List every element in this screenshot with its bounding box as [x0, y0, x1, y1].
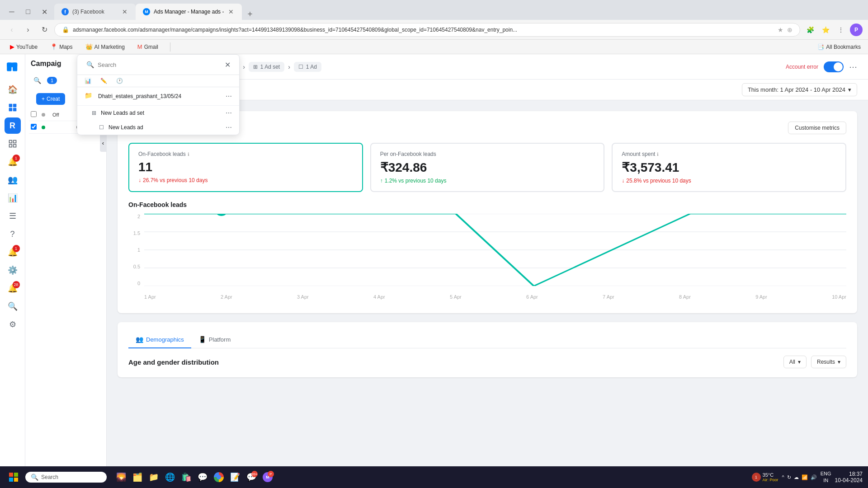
bookmark-youtube[interactable]: ▶ YouTube	[7, 42, 40, 51]
overlay-tab-bar-chart[interactable]: 📊	[81, 75, 95, 87]
svg-rect-4	[13, 104, 16, 108]
breadcrumb-adset-icon: ⊞	[253, 64, 258, 70]
taskbar-icon-whatsapp[interactable]: 💬 99+	[244, 470, 259, 484]
facebook-tab-close[interactable]: ✕	[121, 8, 128, 15]
date-selector[interactable]: This month: 1 Apr 2024 - 10 Apr 2024 ▾	[742, 83, 857, 96]
tab-platform[interactable]: 📱 Platform	[191, 331, 238, 348]
bookmark-gmail[interactable]: M Gmail	[135, 42, 161, 51]
all-bookmarks-button[interactable]: 📑 All Bookmarks	[817, 44, 861, 50]
sys-tray-network[interactable]: 📶	[802, 474, 808, 480]
forward-button[interactable]: ›	[22, 23, 34, 36]
ads-manager-tab[interactable]: Ads Manager - Manage ads - ✕	[136, 4, 242, 20]
metric-leads-change: 26.7% vs previous 10 days	[143, 177, 208, 183]
address-bar[interactable]: 🔒 adsmanager.facebook.com/adsmanager/man…	[54, 23, 800, 37]
overlay-tab-edit[interactable]: ✏️	[97, 75, 111, 87]
sys-tray-cloud[interactable]: ☁	[794, 474, 799, 480]
svg-rect-6	[13, 108, 16, 112]
bookmark-ai-marketing[interactable]: 👑 AI Marketing	[83, 42, 127, 51]
bookmark-button[interactable]: ⭐	[819, 23, 832, 36]
nav-icon-notification[interactable]: 🔔 1	[5, 154, 21, 170]
taskbar-icon-store[interactable]: 🛍️	[179, 470, 193, 484]
taskbar-icon-meta[interactable]: P	[260, 470, 275, 484]
more-options-button[interactable]: ⋯	[849, 62, 857, 72]
maximize-button[interactable]: □	[22, 5, 34, 18]
demo-metric-select[interactable]: Results ▾	[811, 356, 846, 368]
nav-icon-search[interactable]: 🔍	[5, 298, 21, 314]
overlay-search-input[interactable]	[98, 61, 217, 68]
campaign-badge[interactable]: 1	[47, 77, 57, 84]
nav-icon-badge28[interactable]: 🔔 28	[5, 280, 21, 296]
sys-tray-caret[interactable]: ^	[782, 474, 784, 480]
campaign-item[interactable]: 📁 Dhatri_estates_prashant_13/05/24 ⋯	[77, 87, 239, 106]
profile-avatar[interactable]: P	[850, 23, 863, 36]
overlay-close-button[interactable]: ✕	[221, 58, 234, 71]
nav-icon-people[interactable]: 👥	[5, 172, 21, 188]
demo-filter-select[interactable]: All ▾	[783, 356, 807, 368]
back-button[interactable]: ‹	[5, 23, 18, 36]
metric-amount-info-icon[interactable]: ℹ	[657, 152, 659, 157]
row-checkbox[interactable]	[31, 111, 37, 117]
taskbar-icon-teams[interactable]: 💬	[195, 470, 210, 484]
collapse-panel-button[interactable]: ‹	[100, 134, 106, 152]
nav-icon-list[interactable]: ☰	[5, 208, 21, 224]
taskbar-search[interactable]: 🔍 Search	[25, 472, 107, 483]
nav-icon-settings[interactable]: ⚙️	[5, 262, 21, 278]
campaign-more-button[interactable]: ⋯	[226, 93, 232, 100]
nav-icon-home[interactable]: 🏠	[5, 81, 21, 98]
taskbar-icon-notes[interactable]: 📝	[228, 470, 242, 484]
bookmark-gmail-label: Gmail	[144, 44, 158, 50]
ad-item[interactable]: ☐ New Leads ad ⋯	[77, 120, 239, 135]
nav-icon-grid[interactable]	[5, 136, 21, 152]
platform-tab-icon: 📱	[198, 336, 206, 343]
close-button[interactable]: ✕	[38, 5, 51, 18]
extensions-button[interactable]: 🧩	[804, 23, 816, 36]
ad-more-button[interactable]: ⋯	[226, 124, 232, 131]
browser-menu-button[interactable]: ⋮	[835, 23, 847, 36]
breadcrumb-arrow-2: ›	[288, 63, 290, 70]
svg-rect-9	[9, 145, 12, 147]
taskbar-icon-edge[interactable]: 🌐	[163, 470, 177, 484]
demographics-tab-label: Demographics	[146, 336, 184, 343]
adset-item[interactable]: ⊞ New Leads ad set ⋯	[77, 106, 239, 120]
metric-amount-change: 25.8% vs previous 10 days	[626, 178, 691, 184]
create-button[interactable]: + Creat	[36, 93, 65, 105]
breadcrumb-ad[interactable]: ☐ 1 Ad	[294, 62, 321, 72]
nav-icon-help[interactable]: ?	[5, 226, 21, 242]
sys-tray-sync[interactable]: ↻	[787, 474, 791, 480]
adset-more-button[interactable]: ⋯	[226, 109, 232, 117]
breadcrumb-arrow-1: ›	[243, 63, 245, 70]
metric-per-lead-value: ₹324.86	[380, 160, 595, 175]
overlay-search-icon: 🔍	[86, 61, 94, 68]
taskbar-icon-file[interactable]: 🗂️	[130, 470, 145, 484]
breadcrumb-adset[interactable]: ⊞ 1 Ad set	[249, 62, 284, 72]
campaign-search-icon[interactable]: 🔍	[31, 74, 43, 87]
svg-rect-2	[7, 62, 17, 67]
tab-demographics[interactable]: 👥 Demographics	[128, 331, 191, 348]
reload-button[interactable]: ↻	[38, 23, 51, 36]
taskbar-icon-folder[interactable]: 📁	[146, 470, 161, 484]
new-tab-button[interactable]: ＋	[244, 7, 256, 20]
y-label-1: 1	[128, 247, 140, 253]
nav-icon-gear2[interactable]: ⚙	[5, 316, 21, 333]
nav-icon-ads[interactable]	[5, 99, 21, 116]
toggle-switch[interactable]	[824, 61, 844, 72]
y-label-0: 0	[128, 281, 140, 286]
bookmark-maps[interactable]: 📍 Maps	[47, 42, 75, 51]
svg-point-16	[217, 214, 226, 216]
account-error-label[interactable]: Account error	[786, 64, 818, 70]
metric-amount-arrow: ↓	[622, 178, 624, 184]
overlay-tab-clock[interactable]: 🕐	[113, 75, 127, 87]
row-checkbox[interactable]	[31, 124, 37, 130]
sys-tray-sound[interactable]: 🔊	[811, 474, 817, 480]
taskbar-icon-chrome[interactable]	[212, 470, 226, 484]
customise-metrics-button[interactable]: Customise metrics	[788, 122, 846, 134]
nav-icon-chart[interactable]: 📊	[5, 190, 21, 206]
metric-leads-info-icon[interactable]: ℹ	[188, 152, 189, 157]
minimize-button[interactable]: ─	[5, 5, 18, 18]
facebook-tab[interactable]: f (3) Facebook ✕	[54, 4, 136, 20]
nav-icon-r[interactable]: R	[5, 117, 21, 134]
start-button[interactable]	[5, 469, 22, 485]
taskbar-icon-weather[interactable]: 🌄	[114, 470, 128, 484]
ads-manager-tab-close[interactable]: ✕	[227, 8, 235, 15]
nav-icon-alert[interactable]: 🔔 1	[5, 244, 21, 260]
